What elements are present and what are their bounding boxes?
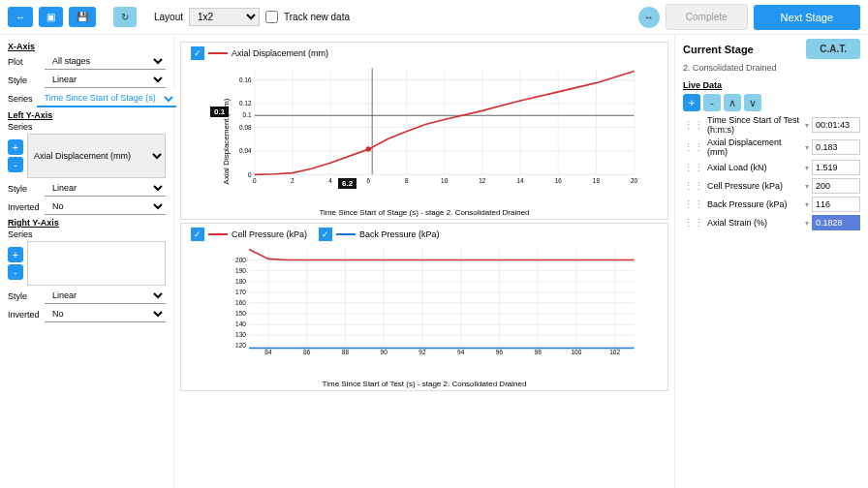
live-data-row: ⋮⋮ Axial Strain (%) ▾ — [683, 215, 860, 230]
live-data-title: Live Data — [683, 80, 860, 90]
complete-button[interactable]: Complete — [666, 4, 748, 30]
live-down-button[interactable]: ∨ — [744, 94, 761, 111]
svg-text:120: 120 — [235, 342, 246, 349]
live-data-row: ⋮⋮ Axial Displacement (mm) ▾ — [683, 137, 860, 157]
drag-handle-icon[interactable]: ⋮⋮ — [683, 217, 704, 229]
chart-2-xlabel: Time Since Start of Test (s) - stage 2. … — [181, 380, 667, 388]
chevron-down-icon[interactable]: ▾ — [805, 182, 809, 191]
live-label: Time Since Start of Test (h:m:s) — [707, 115, 802, 135]
svg-text:4: 4 — [328, 177, 332, 184]
drag-handle-icon[interactable]: ⋮⋮ — [683, 119, 704, 132]
lefty-series-box[interactable]: Axial Displacement (mm) — [27, 134, 166, 178]
live-add-button[interactable]: + — [683, 94, 700, 111]
righty-title: Right Y-Axis — [8, 218, 166, 228]
live-value[interactable] — [812, 117, 860, 133]
layout-label: Layout — [154, 12, 183, 22]
live-data-row: ⋮⋮ Axial Load (kN) ▾ — [683, 160, 860, 175]
legend-check-icon[interactable]: ✓ — [191, 46, 204, 60]
svg-text:150: 150 — [235, 310, 246, 317]
chevron-down-icon[interactable]: ▾ — [805, 121, 809, 130]
plot-select[interactable]: All stages — [45, 53, 166, 70]
live-value[interactable] — [812, 139, 860, 155]
righty-series-box[interactable] — [27, 241, 166, 286]
svg-text:0.08: 0.08 — [239, 124, 252, 131]
cat-button[interactable]: C.A.T. — [806, 39, 860, 59]
svg-text:0: 0 — [248, 171, 252, 178]
svg-text:0: 0 — [253, 177, 257, 184]
righty-remove-button[interactable]: - — [8, 264, 23, 280]
righty-add-button[interactable]: + — [8, 247, 23, 262]
chevron-down-icon[interactable]: ▾ — [805, 164, 809, 172]
plot-label: Plot — [8, 57, 41, 67]
layout-select[interactable]: 1x2 — [189, 8, 260, 26]
toolbar: ↔ ▣ 💾 ↻ Layout 1x2 Track new data ↔ Comp… — [0, 0, 868, 35]
chevron-down-icon[interactable]: ▾ — [805, 143, 809, 152]
svg-text:0.16: 0.16 — [239, 76, 252, 83]
live-value[interactable] — [812, 197, 860, 212]
chevron-down-icon[interactable]: ▾ — [805, 219, 809, 228]
lefty-inverted-label: Inverted — [8, 202, 41, 212]
svg-text:160: 160 — [235, 299, 246, 306]
drag-handle-icon[interactable]: ⋮⋮ — [683, 141, 704, 154]
legend-label-2a: Cell Pressure (kPa) — [232, 229, 307, 239]
svg-text:190: 190 — [235, 267, 246, 274]
live-label: Back Pressure (kPa) — [707, 199, 802, 209]
righty-inverted-select[interactable]: No — [45, 306, 166, 322]
lefty-style-select[interactable]: Linear — [45, 180, 166, 197]
refresh-button[interactable]: ↻ — [113, 7, 137, 27]
live-value[interactable] — [812, 215, 860, 230]
live-value[interactable] — [812, 178, 860, 194]
svg-text:130: 130 — [235, 331, 246, 338]
lefty-remove-button[interactable]: - — [8, 157, 23, 172]
sync-button[interactable]: ↔ — [638, 7, 660, 28]
legend-check-icon[interactable]: ✓ — [319, 228, 332, 241]
save-button[interactable]: 💾 — [69, 7, 96, 27]
svg-text:90: 90 — [381, 349, 388, 355]
lefty-add-button[interactable]: + — [8, 139, 23, 155]
live-label: Axial Load (kN) — [707, 163, 802, 172]
svg-text:16: 16 — [555, 177, 562, 184]
cursor-y-label: 0.1 — [210, 107, 229, 117]
xstyle-select[interactable]: Linear — [45, 72, 166, 88]
svg-text:18: 18 — [593, 177, 600, 184]
stage-subtitle: 2. Consolidated Drained — [683, 63, 860, 73]
legend-line-icon — [336, 233, 356, 235]
xseries-select[interactable]: Time Since Start of Stage (s) — [37, 90, 176, 107]
live-up-button[interactable]: ∧ — [724, 94, 741, 111]
live-data-row: ⋮⋮ Time Since Start of Test (h:m:s) ▾ — [683, 115, 860, 135]
svg-text:98: 98 — [535, 349, 542, 355]
drag-handle-icon[interactable]: ⋮⋮ — [683, 180, 704, 193]
legend-label-2b: Back Pressure (kPa) — [359, 229, 440, 239]
svg-text:2: 2 — [291, 177, 294, 184]
svg-text:140: 140 — [235, 320, 246, 327]
legend-line-icon — [208, 233, 228, 235]
track-new-data-checkbox[interactable] — [265, 11, 278, 23]
xstyle-label: Style — [8, 76, 41, 85]
lefty-series-label: Series — [8, 122, 41, 132]
next-stage-button[interactable]: Next Stage — [754, 5, 860, 30]
expand-button[interactable]: ↔ — [8, 7, 33, 27]
svg-text:92: 92 — [418, 349, 426, 355]
righty-style-label: Style — [8, 291, 41, 301]
svg-text:8: 8 — [405, 177, 409, 184]
drag-handle-icon[interactable]: ⋮⋮ — [683, 162, 704, 174]
save-layout-button[interactable]: ▣ — [39, 7, 63, 27]
svg-text:200: 200 — [235, 257, 246, 263]
righty-style-select[interactable]: Linear — [45, 288, 166, 304]
live-value[interactable] — [812, 160, 860, 175]
chevron-down-icon[interactable]: ▾ — [805, 200, 809, 209]
center-panel: ✓ Axial Displacement (mm) Axial Displace… — [174, 35, 674, 488]
svg-text:88: 88 — [342, 349, 350, 355]
legend-check-icon[interactable]: ✓ — [191, 228, 204, 241]
live-remove-button[interactable]: - — [703, 94, 721, 111]
chart-2: ✓ Cell Pressure (kPa) ✓ Back Pressure (k… — [180, 223, 668, 391]
lefty-inverted-select[interactable]: No — [45, 198, 166, 215]
svg-text:102: 102 — [609, 349, 620, 355]
svg-text:12: 12 — [479, 177, 485, 184]
live-label: Axial Displacement (mm) — [707, 137, 802, 157]
live-data-row: ⋮⋮ Back Pressure (kPa) ▾ — [683, 197, 860, 212]
lefty-style-label: Style — [8, 184, 41, 194]
drag-handle-icon[interactable]: ⋮⋮ — [683, 198, 704, 211]
chart-1-body[interactable]: Axial Displacement (mm) 00.040.080.10.12… — [181, 64, 667, 219]
chart-2-body[interactable]: 1201301401501601701801902008486889092949… — [181, 245, 667, 390]
